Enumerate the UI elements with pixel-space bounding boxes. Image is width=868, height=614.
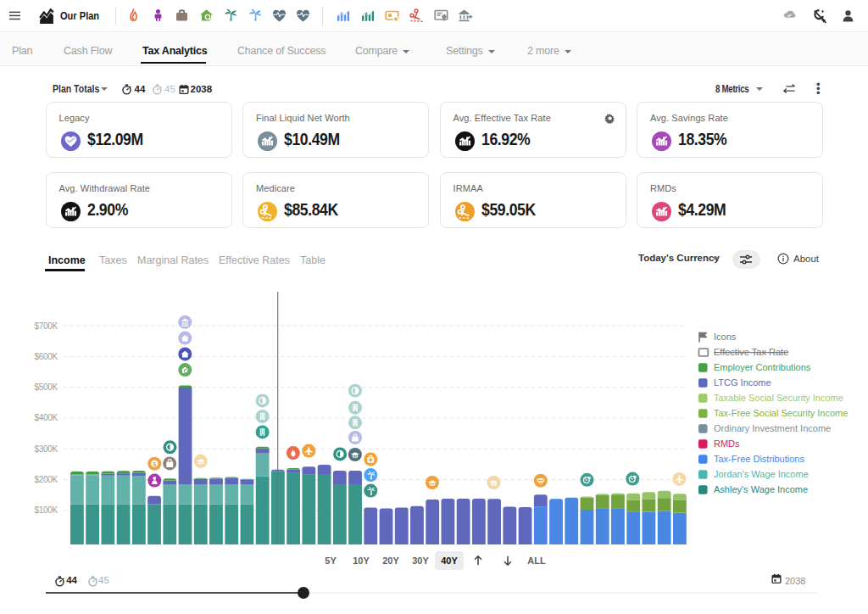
svg-text:$400K: $400K [35, 413, 58, 422]
svg-text:$100K: $100K [35, 505, 58, 515]
svg-text:$600K: $600K [35, 352, 58, 361]
svg-text:Taxable Social Security Income: Taxable Social Security Income [714, 393, 843, 403]
svg-text:Jordan's Wage Income: Jordan's Wage Income [714, 469, 809, 479]
svg-text:Employer Contributions: Employer Contributions [714, 362, 811, 372]
svg-text:$200K: $200K [35, 475, 58, 484]
svg-text:Ordinary Investment Income: Ordinary Investment Income [714, 423, 831, 433]
svg-text:$700K: $700K [35, 321, 58, 331]
svg-text:Effective Tax Rate: Effective Tax Rate [714, 347, 788, 357]
svg-text:Tax-Free Social Security Incom: Tax-Free Social Security Income [714, 408, 848, 418]
svg-text:Tax-Free Distributions: Tax-Free Distributions [714, 454, 804, 464]
svg-text:$500K: $500K [35, 382, 58, 392]
svg-text:Icons: Icons [714, 332, 737, 342]
svg-text:$300K: $300K [35, 444, 58, 454]
svg-text:LTCG Income: LTCG Income [714, 377, 771, 388]
svg-text:RMDs: RMDs [714, 438, 740, 449]
svg-text:Ashley's Wage Income: Ashley's Wage Income [714, 484, 808, 494]
